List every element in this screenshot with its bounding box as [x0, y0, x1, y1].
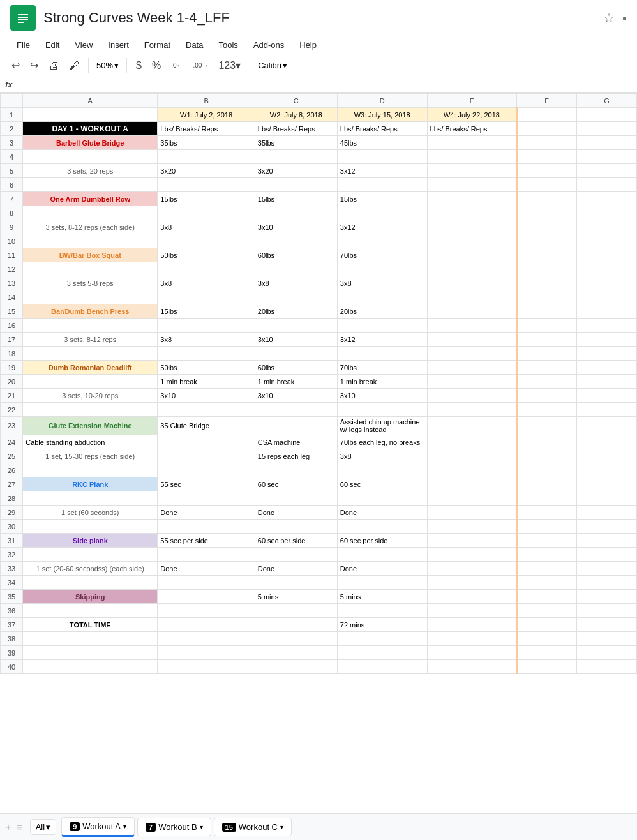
cell-2-b[interactable]: Lbs/ Breaks/ Reps: [158, 122, 255, 136]
zoom-dropdown[interactable]: 50% ▾: [94, 59, 121, 71]
cell-28-a[interactable]: [23, 491, 158, 506]
cell-18-b[interactable]: [158, 347, 255, 361]
cell-9-f[interactable]: [517, 220, 577, 234]
cell-15-e[interactable]: [427, 304, 517, 319]
cell-5-b[interactable]: 3x20: [158, 164, 255, 178]
cell-6-g[interactable]: [577, 178, 637, 192]
cell-38-d[interactable]: [337, 632, 427, 646]
cell-35-g[interactable]: [577, 590, 637, 604]
cell-35-a[interactable]: Skipping: [23, 590, 158, 604]
cell-37-b[interactable]: [158, 618, 255, 632]
cell-14-c[interactable]: [255, 290, 337, 304]
cell-38-a[interactable]: [23, 632, 158, 646]
cell-5-e[interactable]: [427, 164, 517, 178]
cell-6-f[interactable]: [517, 178, 577, 192]
font-dropdown[interactable]: Calibri ▾: [255, 59, 290, 71]
add-sheet-button[interactable]: +: [5, 821, 11, 833]
cell-30-d[interactable]: [337, 520, 427, 534]
cell-15-f[interactable]: [517, 304, 577, 319]
cell-9-d[interactable]: 3x12: [337, 220, 427, 234]
cell-20-d[interactable]: 1 min break: [337, 375, 427, 389]
cell-33-c[interactable]: Done: [255, 562, 337, 576]
cell-13-a[interactable]: 3 sets 5-8 reps: [23, 276, 158, 290]
cell-7-f[interactable]: [517, 192, 577, 206]
cell-15-d[interactable]: 20lbs: [337, 304, 427, 319]
col-header-c[interactable]: C: [255, 94, 337, 108]
cell-28-b[interactable]: [158, 491, 255, 506]
cell-39-a[interactable]: [23, 646, 158, 660]
print-button[interactable]: 🖨: [45, 57, 63, 74]
cell-39-c[interactable]: [255, 646, 337, 660]
cell-3-f[interactable]: [517, 136, 577, 150]
cell-40-f[interactable]: [517, 660, 577, 674]
col-header-f[interactable]: F: [517, 94, 577, 108]
cell-40-b[interactable]: [158, 660, 255, 674]
cell-26-f[interactable]: [517, 463, 577, 477]
cell-12-b[interactable]: [158, 262, 255, 276]
cell-29-a[interactable]: 1 set (60 seconds): [23, 506, 158, 520]
cell-4-c[interactable]: [255, 150, 337, 164]
cell-12-c[interactable]: [255, 262, 337, 276]
cell-2-c[interactable]: Lbs/ Breaks/ Reps: [255, 122, 337, 136]
cell-27-f[interactable]: [517, 477, 577, 491]
cell-14-g[interactable]: [577, 290, 637, 304]
cell-15-b[interactable]: 15lbs: [158, 304, 255, 319]
cell-11-b[interactable]: 50lbs: [158, 248, 255, 262]
cell-16-b[interactable]: [158, 319, 255, 333]
menu-view[interactable]: View: [68, 38, 99, 52]
cell-23-d[interactable]: Assisted chin up machine w/ legs instead: [337, 417, 427, 435]
cell-19-d[interactable]: 70lbs: [337, 361, 427, 375]
cell-20-b[interactable]: 1 min break: [158, 375, 255, 389]
cell-10-g[interactable]: [577, 234, 637, 248]
cell-1-g[interactable]: [577, 108, 637, 122]
cell-14-f[interactable]: [517, 290, 577, 304]
cell-1-b[interactable]: W1: July 2, 2018: [158, 108, 255, 122]
cell-36-f[interactable]: [517, 604, 577, 618]
cell-38-e[interactable]: [427, 632, 517, 646]
cell-18-e[interactable]: [427, 347, 517, 361]
cell-4-g[interactable]: [577, 150, 637, 164]
cell-25-c[interactable]: 15 reps each leg: [255, 449, 337, 463]
cell-33-f[interactable]: [517, 562, 577, 576]
cell-5-f[interactable]: [517, 164, 577, 178]
cell-31-g[interactable]: [577, 534, 637, 548]
cell-18-f[interactable]: [517, 347, 577, 361]
cell-20-a[interactable]: [23, 375, 158, 389]
cell-19-e[interactable]: [427, 361, 517, 375]
cell-2-e[interactable]: Lbs/ Breaks/ Reps: [427, 122, 517, 136]
cell-16-a[interactable]: [23, 319, 158, 333]
cell-34-b[interactable]: [158, 576, 255, 590]
sheet-tab-workout-c[interactable]: 15 Workout C ▾: [214, 818, 292, 836]
cell-16-g[interactable]: [577, 319, 637, 333]
cell-29-d[interactable]: Done: [337, 506, 427, 520]
menu-tools[interactable]: Tools: [212, 38, 244, 52]
cell-36-c[interactable]: [255, 604, 337, 618]
cell-38-b[interactable]: [158, 632, 255, 646]
cell-17-d[interactable]: 3x12: [337, 333, 427, 347]
cell-30-b[interactable]: [158, 520, 255, 534]
cell-12-e[interactable]: [427, 262, 517, 276]
cell-25-d[interactable]: 3x8: [337, 449, 427, 463]
paint-button[interactable]: 🖌: [65, 57, 83, 74]
cell-23-c[interactable]: [255, 417, 337, 435]
cell-22-g[interactable]: [577, 403, 637, 417]
col-header-g[interactable]: G: [577, 94, 637, 108]
cell-1-d[interactable]: W3: July 15, 2018: [337, 108, 427, 122]
cell-21-f[interactable]: [517, 389, 577, 403]
cell-8-b[interactable]: [158, 206, 255, 220]
cell-8-c[interactable]: [255, 206, 337, 220]
cell-38-f[interactable]: [517, 632, 577, 646]
cell-17-g[interactable]: [577, 333, 637, 347]
dollar-button[interactable]: $: [132, 57, 146, 74]
cell-3-d[interactable]: 45lbs: [337, 136, 427, 150]
cell-11-c[interactable]: 60lbs: [255, 248, 337, 262]
cell-28-g[interactable]: [577, 491, 637, 506]
col-header-e[interactable]: E: [427, 94, 517, 108]
cell-9-e[interactable]: [427, 220, 517, 234]
cell-5-g[interactable]: [577, 164, 637, 178]
cell-17-a[interactable]: 3 sets, 8-12 reps: [23, 333, 158, 347]
cell-15-g[interactable]: [577, 304, 637, 319]
cell-29-e[interactable]: [427, 506, 517, 520]
cell-16-d[interactable]: [337, 319, 427, 333]
cell-34-e[interactable]: [427, 576, 517, 590]
